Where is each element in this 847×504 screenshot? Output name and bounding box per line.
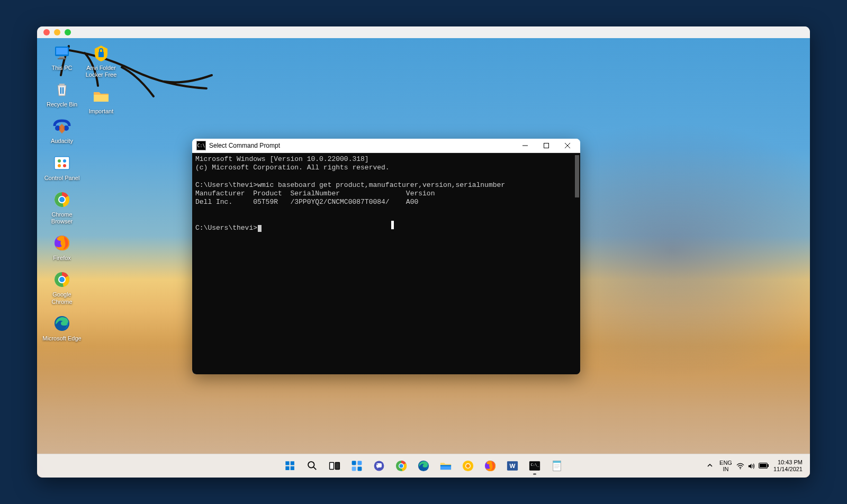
cmd-title-text: Select Command Prompt: [209, 142, 515, 149]
svg-point-15: [59, 197, 65, 202]
desktop-icon-label: Google Chrome: [42, 291, 82, 305]
command-prompt-window[interactable]: C:\ Select Command Prompt Microsoft Wind…: [192, 139, 580, 374]
lang-bot: IN: [719, 466, 732, 472]
edge-icon: [51, 313, 73, 334]
desktop-icon-label: Chrome Browser: [42, 211, 82, 225]
taskbar-start[interactable]: [280, 456, 300, 476]
desktop-icon-important[interactable]: Important: [82, 86, 121, 115]
tray-overflow-button[interactable]: [705, 459, 715, 473]
taskbar-firefox[interactable]: [480, 456, 500, 476]
language-indicator[interactable]: ENGIN: [719, 460, 732, 472]
clock[interactable]: 10:43 PM11/14/2021: [773, 459, 803, 473]
taskbar-widgets[interactable]: [347, 456, 367, 476]
desktop-icon-firefox[interactable]: Firefox: [42, 232, 82, 262]
anvi-icon: [91, 42, 112, 64]
svg-point-40: [376, 464, 377, 465]
desktop-icon-label: Firefox: [53, 255, 71, 262]
desktop-icon-this-pc[interactable]: This PC: [42, 42, 82, 71]
start-icon: [283, 459, 297, 473]
word-icon: W: [506, 459, 519, 473]
battery-icon: [759, 462, 769, 469]
desktop-icon-label: Microsoft Edge: [42, 335, 81, 342]
svg-rect-64: [760, 464, 767, 467]
desktop-icon-google-chrome[interactable]: Google Chrome: [42, 269, 82, 305]
thispc-icon: [51, 42, 73, 64]
cmd-minimize-button[interactable]: [515, 139, 536, 152]
taskbar-notepad[interactable]: [547, 456, 567, 476]
taskbar-chat[interactable]: [369, 456, 389, 476]
svg-point-31: [308, 462, 314, 468]
windows-desktop[interactable]: This PCRecycle BinAudacityControl PanelC…: [37, 38, 810, 478]
desktop-icon-anvi-folder-locker-free[interactable]: Anvi Folder Locker Free: [82, 42, 121, 78]
cmd-cursor: [258, 225, 262, 232]
mac-titlebar[interactable]: [37, 26, 810, 39]
svg-rect-36: [357, 461, 362, 465]
desktop-icon-label: Important: [89, 108, 113, 115]
explorer-icon: [439, 459, 453, 473]
svg-rect-63: [768, 464, 769, 467]
svg-rect-7: [55, 157, 69, 169]
svg-rect-3: [58, 58, 66, 59]
desktop-icon-control-panel[interactable]: Control Panel: [42, 152, 82, 182]
mac-max-dot[interactable]: [65, 29, 71, 35]
taskbar-word[interactable]: W: [502, 456, 522, 476]
chrome-icon: [51, 269, 73, 290]
folder-icon: [91, 86, 112, 107]
host-mac-window: This PCRecycle BinAudacityControl PanelC…: [37, 26, 810, 478]
svg-rect-29: [285, 466, 289, 470]
svg-rect-2: [59, 57, 65, 58]
cmd-scrollbar[interactable]: [574, 153, 580, 374]
svg-rect-47: [440, 465, 451, 466]
search-icon: [305, 459, 319, 473]
svg-rect-33: [330, 463, 334, 470]
svg-rect-35: [352, 461, 356, 465]
cmd-scroll-thumb[interactable]: [575, 155, 579, 197]
taskbar-chrome-canary[interactable]: [458, 456, 478, 476]
desktop-icon-chrome-browser[interactable]: Chrome Browser: [42, 189, 82, 225]
notepad-icon: [550, 459, 564, 473]
mac-close-dot[interactable]: [43, 29, 50, 35]
svg-rect-30: [291, 466, 294, 470]
svg-rect-22: [98, 52, 104, 57]
svg-rect-24: [544, 143, 549, 148]
mac-min-dot[interactable]: [54, 29, 60, 35]
clock-time: 10:43 PM: [773, 459, 803, 466]
edge-icon: [417, 459, 430, 473]
text-caret: [391, 221, 394, 229]
svg-rect-38: [357, 466, 362, 471]
cpanel-icon: [51, 152, 73, 174]
system-tray[interactable]: [736, 462, 769, 470]
chrome-icon: [394, 459, 408, 473]
taskbar[interactable]: WC:\_ ENGIN 10:43 PM11/14/2021: [37, 454, 810, 478]
cmd-body[interactable]: Microsoft Windows [Version 10.0.22000.31…: [192, 153, 580, 374]
taskbar-search[interactable]: [302, 456, 322, 476]
firefox-icon: [483, 459, 497, 473]
chat-icon: [372, 459, 386, 473]
desktop-icon-recycle-bin[interactable]: Recycle Bin: [42, 79, 82, 108]
cmd-close-button[interactable]: [557, 139, 578, 152]
desktop-icon-label: This PC: [51, 65, 72, 71]
svg-point-10: [58, 164, 61, 167]
svg-point-61: [740, 468, 741, 469]
svg-rect-1: [56, 48, 68, 55]
taskbar-command-prompt[interactable]: C:\_: [525, 456, 545, 476]
canary-icon: [461, 459, 475, 473]
clock-date: 11/14/2021: [773, 466, 803, 473]
taskbar-chrome[interactable]: [391, 456, 411, 476]
volume-icon: [747, 462, 755, 470]
svg-rect-37: [352, 466, 356, 471]
taskview-icon: [328, 459, 341, 473]
svg-rect-4: [59, 84, 65, 85]
desktop-icon-microsoft-edge[interactable]: Microsoft Edge: [42, 313, 82, 342]
taskbar-task-view[interactable]: [325, 456, 345, 476]
cmd-maximize-button[interactable]: [536, 139, 557, 152]
desktop-icon-label: Recycle Bin: [47, 101, 77, 108]
cmd-titlebar[interactable]: C:\ Select Command Prompt: [192, 139, 580, 153]
desktop-icon-audacity[interactable]: Audacity: [42, 115, 82, 145]
cmd-output: Microsoft Windows [Version 10.0.22000.31…: [195, 155, 505, 232]
widgets-icon: [350, 459, 364, 473]
svg-line-32: [313, 467, 316, 470]
taskbar-file-explorer[interactable]: [436, 456, 456, 476]
chrome-icon: [51, 189, 73, 210]
taskbar-edge[interactable]: [413, 456, 434, 476]
